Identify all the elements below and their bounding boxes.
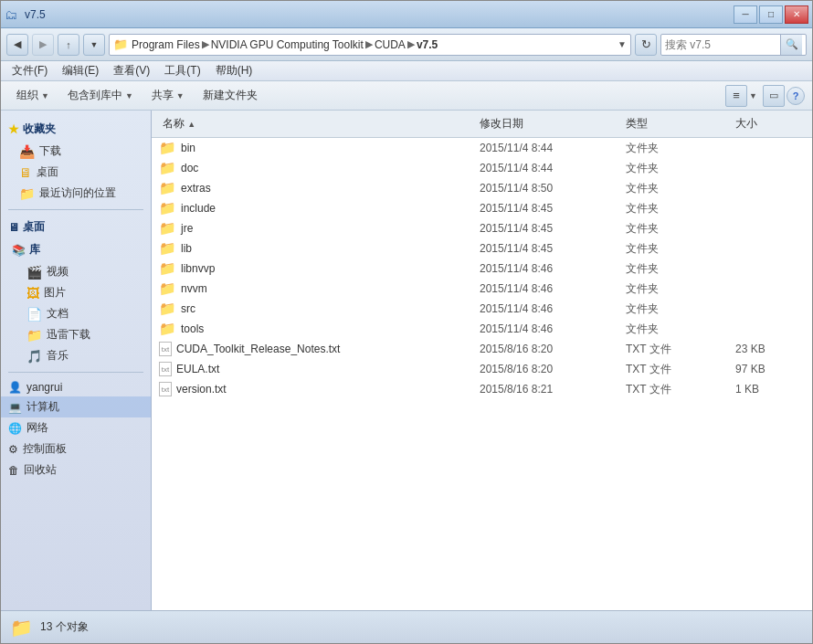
menu-tools[interactable]: 工具(T) — [157, 61, 207, 80]
header-type[interactable]: 类型 — [622, 114, 732, 133]
file-modified: 2015/11/4 8:45 — [476, 242, 622, 255]
sidebar-library-section[interactable]: 📚 库 — [1, 238, 151, 261]
sidebar-item-recycle[interactable]: 🗑 回收站 — [1, 459, 151, 480]
maximize-button[interactable]: □ — [759, 5, 783, 24]
favorites-star-icon: ★ — [8, 122, 19, 136]
sidebar: ★ 收藏夹 📥 下载 🖥 桌面 📁 最近访问的位置 🖥 桌面 — [1, 111, 152, 610]
file-name-cell: 📁 extras — [159, 180, 476, 196]
refresh-button[interactable]: ↻ — [635, 34, 657, 56]
header-modified[interactable]: 修改日期 — [476, 114, 622, 133]
address-path: Program Files ▶ NVIDIA GPU Computing Too… — [132, 38, 438, 51]
search-button[interactable]: 🔍 — [780, 35, 802, 55]
organize-button[interactable]: 组织 ▼ — [8, 85, 58, 107]
table-row[interactable]: 📁 tools 2015/11/4 8:46 文件夹 — [152, 319, 812, 339]
status-bar: 📁 13 个对象 — [1, 610, 812, 643]
new-folder-label: 新建文件夹 — [203, 88, 258, 103]
menu-edit-label: 编辑(E) — [62, 64, 99, 77]
view-list-button[interactable]: ≡ — [725, 85, 747, 107]
minimize-button[interactable]: ─ — [734, 5, 757, 24]
title-bar-left: 🗂 — [5, 7, 21, 22]
sidebar-item-computer[interactable]: 💻 计算机 — [1, 396, 151, 417]
share-label: 共享 — [152, 88, 174, 103]
file-name-cell: 📁 lib — [159, 240, 476, 257]
sidebar-item-network[interactable]: 🌐 网络 — [1, 417, 151, 438]
sidebar-item-controlpanel[interactable]: ⚙ 控制面板 — [1, 438, 151, 459]
path-segment-1: Program Files — [132, 38, 200, 51]
sidebar-item-desktop[interactable]: 🖥 桌面 — [1, 162, 151, 183]
path-segment-3: CUDA — [375, 38, 406, 51]
help-icon: ? — [793, 90, 799, 101]
menu-file[interactable]: 文件(F) — [5, 61, 55, 80]
folder-icon: 📁 — [159, 240, 176, 257]
sidebar-recycle-label: 回收站 — [24, 462, 57, 478]
search-bar: 🔍 — [660, 34, 807, 56]
sidebar-recent-label: 最近访问的位置 — [39, 185, 116, 201]
preview-button[interactable]: ▭ — [763, 85, 785, 107]
table-row[interactable]: 📁 libnvvp 2015/11/4 8:46 文件夹 — [152, 259, 812, 279]
sidebar-item-user[interactable]: 👤 yangrui — [1, 378, 151, 396]
window-icon: 🗂 — [5, 7, 17, 22]
header-size[interactable]: 大小 — [732, 114, 805, 133]
file-size: 97 KB — [732, 363, 805, 375]
new-folder-button[interactable]: 新建文件夹 — [195, 85, 266, 107]
up-button[interactable]: ↑ — [58, 34, 79, 56]
file-name-cell: 📁 tools — [159, 321, 476, 337]
sidebar-item-thunder[interactable]: 📁 迅雷下载 — [1, 324, 151, 345]
file-name-cell: 📁 nvvm — [159, 280, 476, 297]
table-row[interactable]: txt CUDA_Toolkit_Release_Notes.txt 2015/… — [152, 339, 812, 359]
close-button[interactable]: ✕ — [785, 5, 808, 24]
table-row[interactable]: 📁 extras 2015/11/4 8:50 文件夹 — [152, 178, 812, 198]
table-row[interactable]: 📁 bin 2015/11/4 8:44 文件夹 — [152, 138, 812, 158]
help-button[interactable]: ? — [787, 87, 805, 105]
folder-icon: 📁 — [159, 200, 176, 216]
table-row[interactable]: 📁 nvvm 2015/11/4 8:46 文件夹 — [152, 279, 812, 299]
file-type: 文件夹 — [622, 322, 732, 337]
path-segment-2: NVIDIA GPU Computing Toolkit — [211, 38, 364, 51]
file-name-cell: txt version.txt — [159, 382, 476, 396]
sidebar-user-label: yangrui — [26, 381, 62, 394]
file-modified: 2015/11/4 8:46 — [476, 322, 622, 335]
sidebar-item-recent[interactable]: 📁 最近访问的位置 — [1, 183, 151, 204]
menu-bar: 文件(F) 编辑(E) 查看(V) 工具(T) 帮助(H) — [1, 61, 812, 81]
file-type: 文件夹 — [622, 261, 732, 277]
sidebar-favorites-section[interactable]: ★ 收藏夹 — [1, 118, 151, 141]
window-controls: ─ □ ✕ — [734, 5, 808, 24]
sidebar-item-video[interactable]: 🎬 视频 — [1, 261, 151, 282]
controlpanel-icon: ⚙ — [8, 443, 18, 456]
file-name: libnvvp — [181, 262, 215, 275]
file-type: TXT 文件 — [622, 382, 732, 397]
menu-edit[interactable]: 编辑(E) — [55, 61, 106, 80]
table-row[interactable]: 📁 lib 2015/11/4 8:45 文件夹 — [152, 238, 812, 259]
sidebar-desktop-label: 桌面 — [37, 164, 58, 180]
sidebar-item-download[interactable]: 📥 下载 — [1, 141, 151, 162]
sidebar-item-documents[interactable]: 📄 文档 — [1, 303, 151, 324]
menu-view[interactable]: 查看(V) — [106, 61, 157, 80]
table-row[interactable]: 📁 src 2015/11/4 8:46 文件夹 — [152, 299, 812, 319]
download-folder-icon: 📥 — [19, 144, 35, 159]
pictures-icon: 🖼 — [26, 286, 39, 301]
table-row[interactable]: 📁 include 2015/11/4 8:45 文件夹 — [152, 198, 812, 218]
menu-help[interactable]: 帮助(H) — [208, 61, 260, 80]
file-type: 文件夹 — [622, 161, 732, 176]
header-name[interactable]: 名称 ▲ — [159, 114, 476, 133]
share-button[interactable]: 共享 ▼ — [143, 85, 193, 107]
table-row[interactable]: txt EULA.txt 2015/8/16 8:20 TXT 文件 97 KB — [152, 359, 812, 379]
add-to-library-button[interactable]: 包含到库中 ▼ — [59, 85, 142, 107]
table-row[interactable]: txt version.txt 2015/8/16 8:21 TXT 文件 1 … — [152, 379, 812, 399]
back-button[interactable]: ◀ — [6, 34, 28, 56]
forward-button[interactable]: ▶ — [32, 34, 54, 56]
table-row[interactable]: 📁 doc 2015/11/4 8:44 文件夹 — [152, 158, 812, 178]
address-bar[interactable]: 📁 Program Files ▶ NVIDIA GPU Computing T… — [109, 34, 631, 56]
address-dropdown-icon[interactable]: ▼ — [618, 39, 627, 49]
sidebar-item-pictures[interactable]: 🖼 图片 — [1, 282, 151, 303]
file-name-cell: 📁 libnvvp — [159, 260, 476, 277]
sidebar-item-music[interactable]: 🎵 音乐 — [1, 345, 151, 366]
file-modified: 2015/8/16 8:21 — [476, 383, 622, 396]
window-title: v7.5 — [21, 8, 734, 21]
table-row[interactable]: 📁 jre 2015/11/4 8:45 文件夹 — [152, 218, 812, 238]
view-dropdown-icon[interactable]: ▼ — [749, 91, 757, 100]
sidebar-desktop-section[interactable]: 🖥 桌面 — [1, 216, 151, 238]
file-name-cell: txt EULA.txt — [159, 362, 476, 376]
dropdown-button[interactable]: ▼ — [83, 34, 105, 56]
search-input[interactable] — [661, 38, 780, 51]
